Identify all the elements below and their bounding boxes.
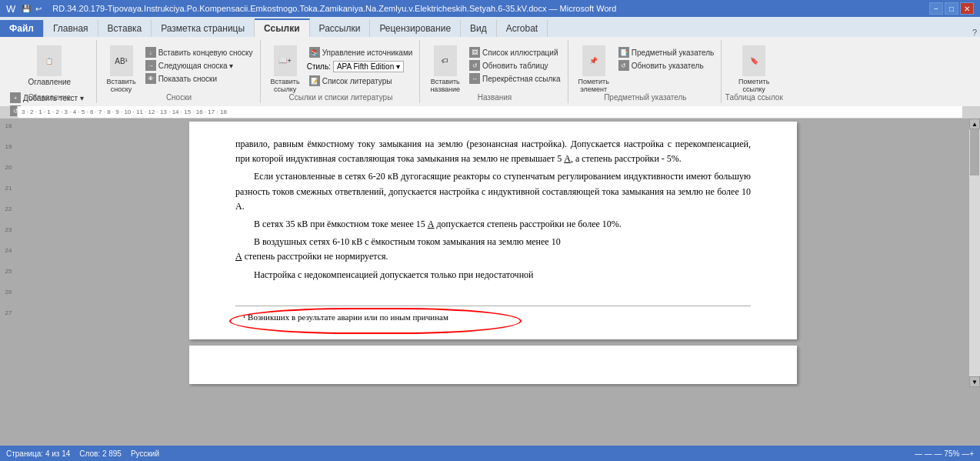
group-names: 🏷 Вставитьназвание 🖼 Список иллюстраций … [422, 40, 568, 103]
group-refs: 📖+ Вставитьссылку 📚 Управление источника… [262, 40, 421, 103]
group-oglav-label: Оглавление [3, 93, 96, 102]
group-names-label: Названия [422, 93, 567, 102]
quick-access-undo[interactable]: ↩ [35, 5, 42, 13]
insert-endnote-icon: ↓ [145, 47, 156, 58]
underline-3: А [235, 251, 242, 262]
footnote-box: ¹ Возникших в результате аварии или по и… [235, 306, 751, 325]
ribbon-tabs: Файл Главная Вставка Разметка страницы С… [0, 17, 980, 37]
close-button[interactable]: ✕ [960, 2, 974, 15]
scrollbar-track[interactable] [969, 129, 980, 376]
tab-acrobat[interactable]: Acrobat [497, 20, 548, 37]
scroll-view[interactable]: правило, равным ёмкостному току замыкани… [17, 119, 969, 387]
btn-oglav[interactable]: 📋 Оглавление [24, 43, 75, 89]
btn-update-index[interactable]: ↺ Обновить указатель [616, 59, 716, 72]
btn-mark-citation[interactable]: 🔖 Пометитьссылку [735, 43, 773, 95]
btn-mark-citation-label: Пометитьссылку [738, 78, 769, 93]
document-page-2 [189, 346, 797, 384]
update-index-icon: ↺ [618, 60, 629, 71]
oglav-icon: 📋 [37, 45, 62, 76]
btn-update-table-names[interactable]: ↺ Обновить таблицу [467, 59, 562, 72]
btn-update-index-label: Обновить указатель [632, 62, 704, 70]
status-bar: Страница: 4 из 14 Слов: 2 895 Русский — … [0, 446, 980, 461]
btn-next-footnote[interactable]: → Следующая сноска ▾ [143, 59, 255, 72]
underline-2: А [428, 219, 435, 229]
margin-num-19: 19 [5, 143, 12, 150]
btn-show-footnotes[interactable]: 👁 Показать сноски [143, 72, 255, 85]
btn-insert-citation[interactable]: 📖+ Вставитьссылку [267, 43, 304, 95]
index-icon: 📑 [618, 47, 629, 58]
btn-show-footnotes-label: Показать сноски [158, 75, 217, 83]
insert-footnote-icon: AB¹ [110, 45, 133, 76]
minimize-button[interactable]: − [929, 2, 943, 15]
ribbon-help[interactable]: ? [972, 28, 980, 37]
margin-num-18: 18 [5, 122, 12, 129]
para-3: В сетях 35 кВ при ёмкостном токе менее 1… [235, 217, 751, 232]
btn-mark-entry[interactable]: 📌 Пометитьэлемент [575, 43, 613, 95]
group-snoski-label: Сноски [98, 93, 260, 102]
tab-references[interactable]: Ссылки [255, 18, 309, 37]
ruler-main: 3 · 2 · 1 · 1 · 2 · 3 · 4 · 5 · 6 · 7 · … [17, 106, 963, 118]
maximize-button[interactable]: □ [945, 2, 958, 15]
tab-home[interactable]: Главная [44, 20, 98, 37]
show-footnotes-icon: 👁 [145, 73, 156, 84]
content-wrapper: правило, равным ёмкостному току замыкани… [17, 119, 969, 387]
btn-index-label: Предметный указатель [632, 48, 714, 57]
group-snoski: AB¹ Вставитьсноску ↓ Вставить концевую с… [98, 40, 261, 103]
tab-insert[interactable]: Вставка [98, 20, 152, 37]
scrollbar-up-btn[interactable]: ▲ [969, 119, 980, 129]
cross-ref-icon: ↔ [469, 73, 480, 84]
tab-review[interactable]: Рецензирование [370, 20, 461, 37]
para-2: Если установленные в сетях 6-20 кВ дугог… [235, 169, 751, 214]
btn-insert-footnote[interactable]: AB¹ Вставитьсноску [103, 43, 140, 95]
footnote-text: ¹ Возникших в результате аварии или по и… [243, 311, 751, 325]
btn-mark-entry-label: Пометитьэлемент [578, 78, 609, 93]
btn-cross-ref[interactable]: ↔ Перекрёстная ссылка [467, 72, 562, 85]
btn-insert-caption[interactable]: 🏷 Вставитьназвание [426, 43, 464, 95]
group-refs-label: Ссылки и списки литературы [262, 93, 420, 102]
margin-num-23: 23 [5, 226, 12, 233]
style-dropdown-value: APA Fifth Edition [337, 62, 394, 71]
margin-num-21: 21 [5, 185, 12, 192]
btn-bibliography[interactable]: 📝 Список литературы [307, 75, 415, 87]
margin-num-22: 22 [5, 205, 12, 212]
document-area: 18 19 20 21 22 23 24 25 26 27 правило, р… [0, 119, 980, 387]
next-footnote-icon: → [145, 60, 156, 71]
document-page-1[interactable]: правило, равным ёмкостному току замыкани… [189, 122, 797, 339]
margin-num-26: 26 [5, 289, 12, 296]
insert-citation-icon: 📖+ [274, 45, 297, 76]
style-dropdown[interactable]: APA Fifth Edition ▾ [333, 61, 404, 72]
tab-layout[interactable]: Разметка страницы [152, 20, 255, 37]
btn-next-footnote-label: Следующая сноска ▾ [158, 62, 234, 70]
tab-file[interactable]: Файл [0, 20, 44, 37]
title-bar: W 💾 ↩ RD.34.20.179-Tipovaya.Instrukciya.… [0, 0, 980, 17]
scrollbar-down-btn[interactable]: ▼ [969, 376, 980, 387]
right-scrollbar[interactable]: ▲ ▼ [969, 119, 980, 387]
para-1: правило, равным ёмкостному току замыкани… [235, 137, 751, 166]
margin-num-20: 20 [5, 164, 12, 171]
margin-num-24: 24 [5, 247, 12, 254]
quick-access-save[interactable]: 💾 [22, 5, 31, 13]
margin-num-27: 27 [5, 309, 12, 316]
status-page: Страница: 4 из 14 [6, 449, 70, 458]
btn-insert-endnote[interactable]: ↓ Вставить концевую сноску [143, 46, 255, 58]
group-index: 📌 Пометитьэлемент 📑 Предметный указатель… [570, 40, 722, 103]
btn-manage-sources[interactable]: 📚 Управление источниками [307, 46, 415, 58]
left-margin-numbers: 18 19 20 21 22 23 24 25 26 27 [0, 119, 17, 387]
tab-mailings[interactable]: Рассылки [310, 20, 371, 37]
style-dropdown-arrow: ▾ [396, 62, 400, 71]
btn-oglav-label: Оглавление [28, 78, 71, 86]
style-label: Стиль: [307, 62, 331, 71]
btn-index[interactable]: 📑 Предметный указатель [616, 46, 716, 58]
ribbon-content: 📋 Оглавление + Добавить текст ▾ ↺ Обнови… [0, 37, 980, 106]
status-words: Слов: 2 895 [79, 449, 122, 458]
tab-view[interactable]: Вид [461, 20, 497, 37]
mark-entry-icon: 📌 [582, 45, 605, 76]
underline-1: А [564, 153, 571, 164]
title-bar-controls: − □ ✕ [929, 2, 974, 15]
btn-insert-caption-label: Вставитьназвание [430, 78, 460, 93]
scrollbar-thumb[interactable] [970, 129, 979, 175]
group-oglav: 📋 Оглавление + Добавить текст ▾ ↺ Обнови… [3, 40, 97, 103]
status-zoom: — — — 75% —+ [915, 449, 974, 458]
btn-insert-citation-label: Вставитьссылку [271, 78, 300, 93]
btn-illus-list[interactable]: 🖼 Список иллюстраций [467, 46, 562, 58]
